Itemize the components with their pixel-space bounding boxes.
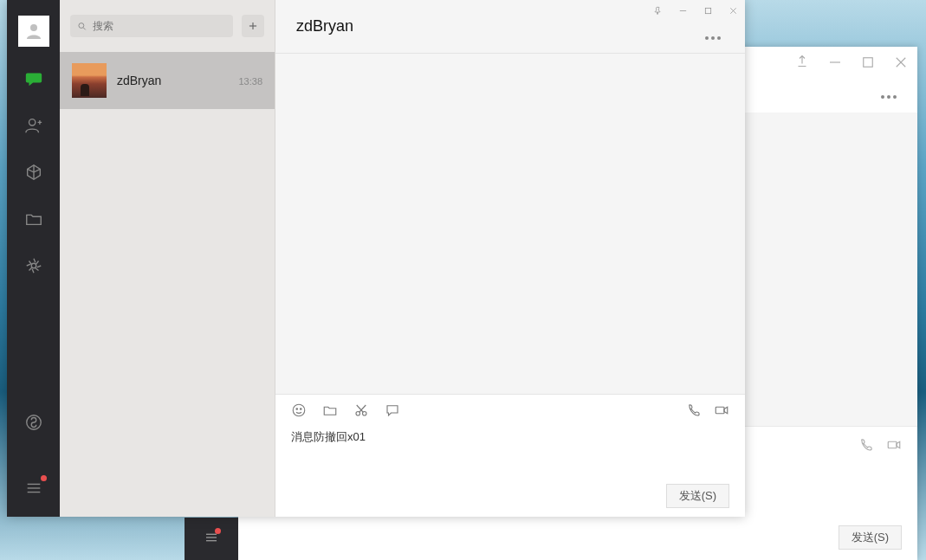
notification-dot (215, 528, 221, 534)
svg-rect-1 (864, 58, 873, 68)
svg-point-32 (301, 409, 302, 410)
close-icon[interactable] (728, 3, 738, 19)
chat-title: zdBryan (296, 17, 353, 35)
user-avatar[interactable] (18, 16, 49, 47)
nav-contacts[interactable] (23, 114, 45, 137)
folder-icon[interactable] (322, 402, 338, 422)
bg-hamburger[interactable] (185, 518, 238, 560)
nav-moments[interactable] (23, 254, 45, 277)
nav-files[interactable] (23, 208, 45, 230)
search-box[interactable] (70, 15, 233, 37)
contact-avatar (72, 63, 107, 98)
chat-history-icon[interactable] (385, 402, 400, 422)
close-icon[interactable] (893, 55, 909, 74)
video-icon[interactable] (714, 402, 729, 422)
video-icon[interactable] (886, 437, 902, 456)
chat-messages[interactable] (275, 54, 745, 394)
chat-header: zdBryan (275, 0, 745, 54)
pin-icon[interactable] (794, 55, 810, 74)
minimize-icon[interactable] (827, 55, 843, 74)
search-input[interactable] (93, 20, 226, 32)
sidebar (7, 0, 60, 517)
nav-menu[interactable] (23, 477, 45, 499)
chat-more-button[interactable] (705, 36, 721, 40)
svg-point-30 (293, 404, 305, 416)
svg-point-22 (79, 23, 84, 28)
nav-miniprogram[interactable] (23, 411, 45, 434)
more-icon (881, 95, 897, 99)
notification-dot (41, 475, 47, 481)
chat-main: zdBryan (275, 0, 745, 517)
bg-send-button[interactable]: 发送(S) (839, 525, 902, 550)
window-controls (653, 3, 738, 19)
chat-list-panel: zdBryan 13:38 (60, 0, 275, 517)
svg-point-15 (30, 24, 37, 31)
emoji-icon[interactable] (291, 402, 307, 422)
chat-input-area: 消息防撤回x01 发送(S) (275, 394, 745, 517)
pin-icon[interactable] (653, 3, 663, 19)
svg-point-16 (29, 119, 35, 126)
maximize-icon[interactable] (860, 55, 876, 74)
svg-rect-11 (888, 441, 897, 448)
send-button[interactable]: 发送(S) (666, 484, 729, 508)
nav-chat[interactable] (23, 68, 45, 90)
search-icon (77, 21, 87, 32)
svg-rect-27 (705, 8, 710, 13)
nav-collect[interactable] (23, 161, 45, 183)
contact-time: 13:38 (238, 76, 262, 87)
scissors-icon[interactable] (353, 402, 369, 422)
phone-icon[interactable] (858, 437, 874, 456)
new-chat-button[interactable] (242, 15, 264, 37)
phone-icon[interactable] (686, 402, 702, 422)
hamburger-icon (204, 530, 219, 549)
svg-point-31 (296, 409, 298, 410)
svg-line-23 (83, 27, 85, 29)
contact-name: zdBryan (117, 74, 161, 87)
maximize-icon[interactable] (703, 3, 713, 19)
minimize-icon[interactable] (678, 3, 688, 19)
plus-icon (247, 20, 259, 32)
svg-rect-37 (716, 407, 724, 414)
contact-item[interactable]: zdBryan 13:38 (60, 52, 275, 109)
main-window: zdBryan 13:38 zdBryan (7, 0, 745, 517)
